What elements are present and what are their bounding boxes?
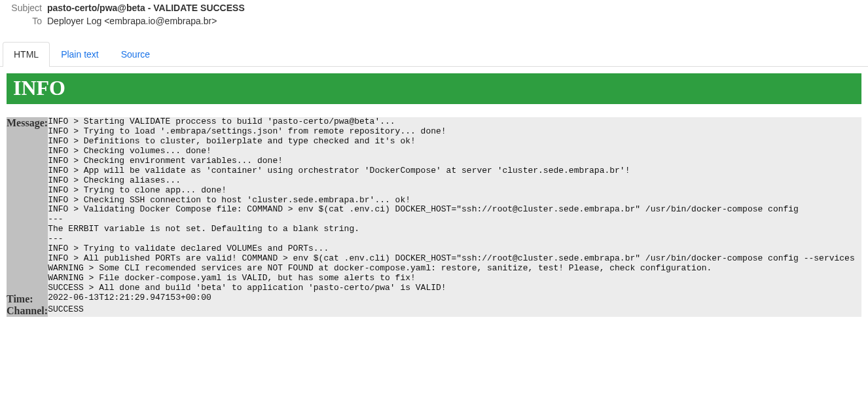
time-value: 2022-06-13T12:21:29.947153+00:00 bbox=[48, 293, 861, 305]
view-tabs: HTML Plain text Source bbox=[0, 42, 868, 67]
to-value: Deployer Log <embrapa.io@embrapa.br> bbox=[47, 16, 217, 26]
time-row: Time: 2022-06-13T12:21:29.947153+00:00 bbox=[7, 293, 861, 305]
channel-value: SUCCESS bbox=[48, 305, 861, 317]
to-label: To bbox=[5, 16, 42, 26]
tab-source[interactable]: Source bbox=[110, 42, 161, 66]
message-row: Message: INFO > Starting VALIDATE procce… bbox=[7, 117, 861, 293]
subject-label: Subject bbox=[5, 3, 42, 13]
tab-plain-text[interactable]: Plain text bbox=[50, 42, 110, 66]
message-label: Message: bbox=[7, 117, 48, 293]
channel-label: Channel: bbox=[7, 305, 48, 317]
subject-row: Subject pasto-certo/pwa@beta - VALIDATE … bbox=[5, 3, 863, 13]
channel-row: Channel: SUCCESS bbox=[7, 305, 861, 317]
email-header: Subject pasto-certo/pwa@beta - VALIDATE … bbox=[0, 0, 868, 35]
log-table: Message: INFO > Starting VALIDATE procce… bbox=[7, 117, 861, 317]
info-banner: INFO bbox=[7, 73, 861, 104]
to-row: To Deployer Log <embrapa.io@embrapa.br> bbox=[5, 16, 863, 26]
subject-value: pasto-certo/pwa@beta - VALIDATE SUCCESS bbox=[47, 3, 245, 13]
time-label: Time: bbox=[7, 293, 48, 305]
email-content: INFO Message: INFO > Starting VALIDATE p… bbox=[0, 67, 868, 323]
message-value: INFO > Starting VALIDATE proccess to bui… bbox=[48, 117, 861, 293]
tab-html[interactable]: HTML bbox=[3, 42, 50, 67]
